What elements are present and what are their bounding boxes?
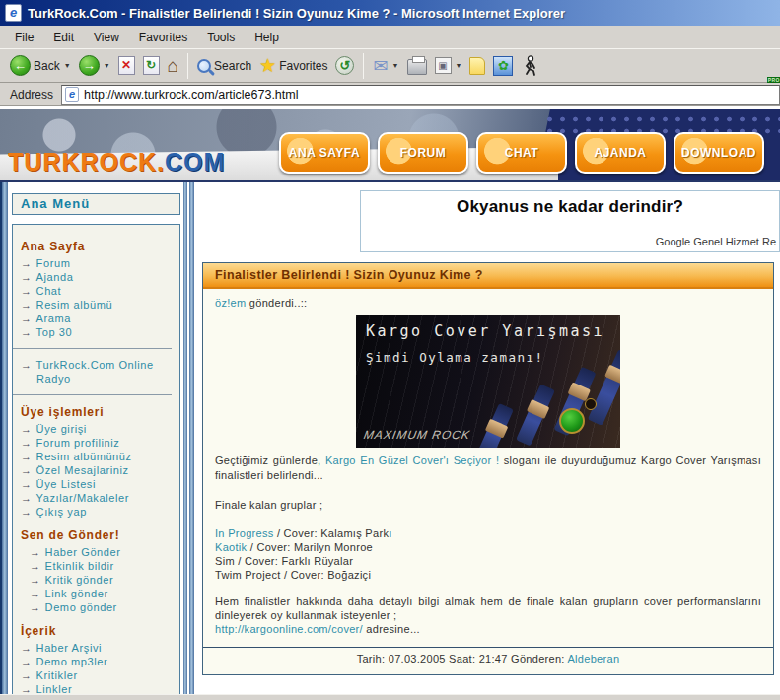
nav-button-label: FORUM	[400, 146, 447, 160]
home-button[interactable]: ⌂	[164, 51, 182, 81]
nav-button[interactable]: DOWNLOAD	[674, 132, 764, 174]
sidebar-item[interactable]: →TurkRock.Com Online Radyo	[21, 358, 179, 385]
kargo-contest-link[interactable]: Kargo En Güzel Cover'ı Seçiyor !	[325, 455, 499, 466]
menu-item[interactable]: File	[6, 28, 42, 47]
sidebar-item-label: Top 30	[36, 326, 73, 338]
sidebar-item[interactable]: →Demo mp3ler	[21, 655, 179, 668]
favorites-star-icon: ★	[259, 56, 276, 75]
refresh-button[interactable]: ↻	[139, 51, 164, 81]
arrow-icon: →	[21, 478, 33, 490]
discuss-button[interactable]	[465, 51, 489, 81]
nav-button[interactable]: FORUM	[378, 132, 468, 174]
group-name[interactable]: Twim Project	[215, 569, 281, 581]
messenger-button[interactable]	[517, 51, 542, 81]
edit-dropdown-icon[interactable]: ▼	[456, 62, 462, 69]
footer-date-text: Tarih: 07.03.2005 Saat: 21:47 Gönderen:	[357, 653, 568, 665]
sidebar-item-label: Demo gönder	[45, 601, 117, 613]
sidebar-item[interactable]: →Resim albümünüz	[21, 450, 179, 463]
sidebar-item[interactable]: →Forum	[21, 256, 179, 270]
sidebar-item[interactable]: →	[13, 394, 172, 395]
sidebar-item[interactable]: →Ajanda	[21, 270, 179, 284]
window-title: TurkRock.Com - Finalistler Belirlendi ! …	[28, 6, 565, 21]
sidebar-item-label: Etkinlik bildir	[45, 560, 114, 572]
back-dropdown-icon[interactable]: ▼	[64, 62, 71, 69]
sidebar-item-label: Özel Mesajlariniz	[36, 464, 129, 476]
sidebar-item[interactable]: →Özel Mesajlariniz	[21, 463, 179, 477]
sidebar-item-label: Haber Gönder	[45, 546, 121, 558]
sidebar-item[interactable]: →Resim albümü	[21, 298, 179, 312]
group-line: In Progress / Cover: Kalamış Parkı	[215, 526, 761, 540]
search-button[interactable]: Search	[193, 51, 255, 81]
favorites-button[interactable]: ★ Favorites	[255, 51, 331, 81]
arrow-icon: →	[21, 669, 33, 681]
group-name[interactable]: Kaotik	[215, 541, 247, 553]
forward-button[interactable]: → ▼	[75, 51, 114, 81]
sidebar-item[interactable]: →Sen de Gönder!	[21, 528, 179, 542]
nav-button[interactable]: AJANDA	[575, 132, 666, 174]
icq-button[interactable]: ✿ PRO	[489, 51, 517, 81]
sidebar-item[interactable]: →İçerik	[21, 624, 179, 638]
group-name[interactable]: Sim	[215, 555, 235, 567]
article-box: Finalistler Belirlendi ! Sizin Oyunuz Ki…	[202, 262, 774, 675]
menu-item[interactable]: Help	[246, 28, 288, 47]
nav-button-label: AJANDA	[594, 146, 646, 160]
discuss-note-icon	[469, 57, 485, 75]
back-button[interactable]: ← Back ▼	[6, 51, 75, 81]
sidebar-item-label: Kritikler	[36, 669, 78, 681]
sidebar-item[interactable]: →Yazılar/Makaleler	[21, 491, 179, 505]
sidebar-item[interactable]: →Haber Gönder	[30, 545, 179, 559]
menu-item[interactable]: View	[85, 28, 128, 47]
sidebar-item[interactable]: →Etkinlik bildir	[30, 559, 179, 573]
search-icon	[197, 59, 211, 73]
group-line: Kaotik / Cover: Marilyn Monroe	[215, 540, 761, 554]
sidebar-item-label: Forum	[36, 257, 71, 269]
edit-button[interactable]: ▣ ▼	[431, 51, 466, 81]
sidebar-item[interactable]: →Haber Arşivi	[21, 641, 179, 655]
history-icon: ↺	[335, 56, 354, 75]
sidebar-item[interactable]: →Demo gönder	[30, 600, 179, 614]
site-logo[interactable]: TURKROCK.COM	[8, 148, 225, 176]
sidebar-item-label: Haber Arşivi	[36, 642, 103, 654]
sidebar-item-label: Üye girişi	[36, 423, 87, 435]
sidebar-item[interactable]: →Üye girişi	[21, 422, 179, 436]
group-cover: / Cover: Marilyn Monroe	[247, 541, 373, 553]
column-divider	[183, 182, 187, 694]
group-line: Sim / Cover: Farklı Rüyalar	[215, 554, 761, 568]
sidebar-item[interactable]: →Çıkış yap	[21, 505, 179, 519]
sidebar-item[interactable]: →Kritikler	[21, 668, 179, 682]
history-button[interactable]: ↺	[331, 51, 358, 81]
print-button[interactable]	[403, 51, 431, 81]
fader-graphic	[516, 384, 555, 446]
kargoonline-link[interactable]: http://kargoonline.com/cover/	[215, 623, 363, 635]
menu-item[interactable]: Tools	[198, 28, 244, 47]
menu-item[interactable]: Favorites	[130, 28, 196, 47]
sidebar-item[interactable]: →	[13, 348, 172, 349]
poster-profile-link[interactable]: Aldeberan	[567, 653, 619, 665]
group-name[interactable]: In Progress	[215, 527, 274, 539]
refresh-icon: ↻	[143, 56, 160, 75]
arrow-icon: →	[21, 642, 33, 654]
address-input[interactable]	[79, 88, 779, 102]
forward-dropdown-icon[interactable]: ▼	[104, 62, 110, 69]
sidebar-item[interactable]: →Linkler	[21, 682, 179, 694]
sidebar-item[interactable]: →Top 30	[21, 325, 179, 339]
ad-headline[interactable]: Okyanus ne kadar derindir?	[361, 197, 779, 217]
nav-button[interactable]: CHAT	[476, 132, 567, 174]
sidebar-item[interactable]: →Kritik gönder	[30, 573, 179, 587]
sidebar-item[interactable]: →Forum profiliniz	[21, 436, 179, 450]
mail-dropdown-icon[interactable]: ▼	[392, 62, 399, 69]
stop-button[interactable]: ✕	[114, 51, 139, 81]
toolbar: ← Back ▼ → ▼ ✕ ↻ ⌂ Search ★ Favorites ↺ …	[0, 49, 780, 83]
sidebar-item-label: Kritik gönder	[45, 574, 114, 586]
sidebar-item[interactable]: →Link gönder	[30, 587, 179, 600]
sidebar-item[interactable]: →Ana Sayfa	[21, 240, 179, 253]
sidebar-item[interactable]: →Üye Listesi	[21, 477, 179, 491]
arrow-icon: →	[30, 574, 41, 586]
mail-button[interactable]: ✉ ▼	[369, 51, 402, 81]
nav-button[interactable]: ANA SAYFA	[279, 132, 370, 174]
menu-item[interactable]: Edit	[44, 28, 83, 47]
sidebar-item[interactable]: →Arama	[21, 312, 179, 325]
sidebar-item[interactable]: →Chat	[21, 284, 179, 298]
sidebar-item[interactable]: →Üye işlemleri	[21, 405, 179, 419]
poster-link[interactable]: öz!em	[215, 297, 246, 309]
